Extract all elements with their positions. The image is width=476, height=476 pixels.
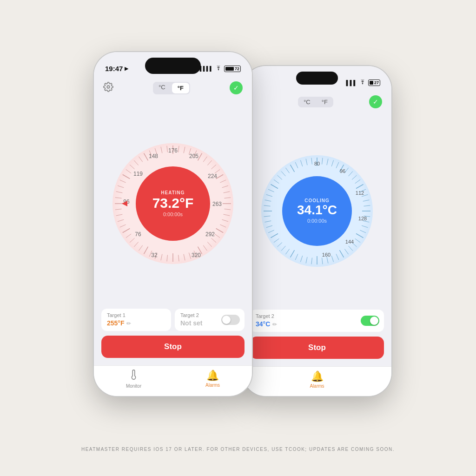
svg-line-118: [126, 169, 131, 173]
target2-toggle-back[interactable]: [361, 316, 379, 326]
svg-line-125: [161, 146, 162, 153]
svg-line-68: [178, 145, 179, 152]
toggle-knob-front: [222, 316, 231, 324]
svg-line-38: [278, 242, 282, 246]
svg-text:160: 160: [322, 252, 331, 258]
svg-line-106: [126, 234, 131, 238]
svg-line-98: [167, 255, 167, 261]
celsius-btn-back[interactable]: °C: [298, 97, 316, 107]
check-circle-front[interactable]: ✓: [230, 81, 243, 94]
target2-box-back: Target 2 34°C ✏: [250, 310, 384, 332]
svg-line-116: [120, 180, 126, 183]
tab-bar-front: Monitor 🔔 Alarms: [94, 365, 252, 396]
svg-text:128: 128: [358, 216, 367, 221]
svg-text:32: 32: [151, 252, 158, 258]
svg-line-84: [224, 214, 230, 216]
svg-line-113: [115, 197, 122, 198]
svg-line-3: [331, 160, 333, 166]
unit-toggle-back[interactable]: °C °F: [298, 97, 333, 107]
scene: ▌▌▌ 27 °C °F ✓: [57, 38, 419, 438]
battery-back: 27: [368, 79, 380, 86]
svg-line-83: [224, 209, 231, 209]
target2-value-back: 34°C: [256, 320, 270, 328]
dial-pointer-front: [122, 201, 127, 206]
status-icons-back: ▌▌▌ 27: [346, 79, 380, 86]
svg-line-31: [311, 258, 312, 264]
tab-bar-back: 🔔 Alarms: [243, 366, 391, 396]
svg-line-95: [184, 254, 185, 260]
dynamic-island-back: [296, 72, 338, 85]
battery-fill-front: [225, 67, 234, 71]
svg-line-50: [271, 184, 278, 188]
status-icons-front: ▌▌▌▌ 72: [200, 66, 241, 72]
svg-line-90: [207, 242, 212, 246]
thermometer-icon: [129, 370, 139, 383]
svg-line-78: [220, 180, 226, 183]
fahrenheit-btn-front[interactable]: °F: [172, 83, 189, 93]
wifi-icon-back: [359, 79, 366, 86]
svg-line-7: [349, 171, 353, 176]
svg-line-35: [291, 250, 295, 258]
tab-alarms-back[interactable]: 🔔 Alarms: [310, 370, 324, 389]
celsius-btn-front[interactable]: °C: [153, 82, 171, 94]
svg-line-14: [364, 205, 370, 205]
svg-line-110: [116, 214, 123, 216]
stop-btn-back[interactable]: Stop: [250, 337, 384, 359]
target2-box: Target 2 Not set: [175, 309, 245, 331]
svg-line-21: [355, 238, 360, 242]
svg-line-58: [306, 159, 307, 165]
unit-toggle-front[interactable]: °C °F: [153, 82, 190, 94]
dial-container-back: // Will be rendered via JS below 80 96 1…: [243, 112, 391, 310]
dial-outer-front: 176 148 205 119 224 96 263 76 292 32 320: [112, 143, 233, 264]
bottom-section-back: Target 2 34°C ✏ Stop: [243, 310, 391, 366]
svg-line-79: [222, 185, 228, 187]
svg-line-104: [134, 242, 138, 246]
battery-fill-back: [370, 81, 373, 85]
svg-text:96: 96: [340, 168, 345, 174]
top-bar-front: °C °F ✓: [94, 78, 252, 98]
svg-line-105: [130, 238, 134, 242]
svg-line-81: [224, 197, 231, 198]
svg-line-2: [327, 159, 328, 165]
edit-icon-front[interactable]: ✏: [126, 320, 131, 327]
svg-line-41: [268, 230, 274, 233]
svg-line-102: [144, 246, 148, 254]
svg-line-9: [355, 179, 360, 183]
svg-line-91: [203, 245, 207, 250]
svg-line-89: [211, 238, 216, 242]
svg-line-99: [161, 254, 162, 260]
svg-line-32: [306, 257, 307, 263]
svg-text:205: 205: [189, 153, 198, 159]
target2-toggle-front[interactable]: [221, 315, 240, 325]
dial-outer-back: // Will be rendered via JS below 80 96 1…: [261, 155, 373, 267]
svg-line-80: [224, 192, 230, 193]
svg-line-57: [300, 160, 302, 166]
tab-monitor[interactable]: Monitor: [126, 370, 141, 389]
dial-container-front: 176 148 205 119 224 96 263 76 292 32 320: [94, 98, 252, 309]
check-circle-back[interactable]: ✓: [369, 95, 382, 108]
svg-line-108: [120, 225, 126, 227]
gear-icon[interactable]: [103, 82, 113, 94]
edit-icon-back[interactable]: ✏: [272, 321, 277, 328]
svg-line-94: [189, 252, 191, 258]
svg-line-19: [360, 230, 366, 233]
svg-line-59: [311, 158, 312, 164]
svg-line-40: [271, 233, 278, 238]
svg-line-103: [139, 245, 143, 250]
fahrenheit-btn-back[interactable]: °F: [316, 97, 333, 107]
svg-line-1: [322, 158, 323, 164]
svg-line-26: [336, 254, 339, 260]
tab-alarms-front[interactable]: 🔔 Alarms: [205, 370, 220, 389]
svg-line-119: [130, 165, 134, 169]
stop-btn-front[interactable]: Stop: [101, 336, 245, 358]
toggle-knob-back: [370, 317, 378, 325]
svg-line-37: [281, 246, 285, 251]
target2-value: Not set: [180, 319, 202, 327]
svg-line-23: [349, 246, 353, 251]
svg-line-120: [134, 160, 138, 165]
svg-line-56: [295, 162, 298, 168]
dial-center-front[interactable]: HEATING 73.2°F 0:00:00s: [136, 166, 210, 241]
svg-text:224: 224: [208, 173, 217, 179]
signal-icon-back: ▌▌▌: [346, 80, 357, 86]
wifi-icon-front: [215, 66, 222, 72]
